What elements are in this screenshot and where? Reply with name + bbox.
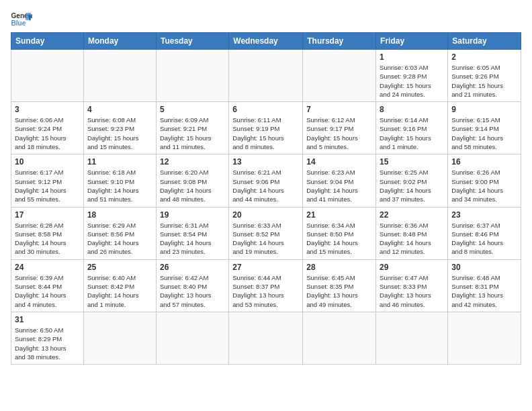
day-cell [448,312,521,364]
day-number: 3 [15,105,80,114]
day-number: 10 [15,157,80,167]
day-number: 16 [451,157,517,167]
day-info: Sunrise: 6:21 AM Sunset: 9:06 PM Dayligh… [232,168,299,203]
day-number: 15 [380,157,444,167]
column-header-thursday: Thursday [303,33,376,50]
day-cell: 31Sunrise: 6:50 AM Sunset: 8:29 PM Dayli… [11,312,84,364]
day-cell [229,50,303,102]
day-info: Sunrise: 6:40 AM Sunset: 8:42 PM Dayligh… [87,273,152,309]
day-cell: 6Sunrise: 6:11 AM Sunset: 9:19 PM Daylig… [229,102,303,154]
day-number: 12 [160,157,225,167]
day-cell: 17Sunrise: 6:28 AM Sunset: 8:58 PM Dayli… [11,207,84,259]
day-cell: 28Sunrise: 6:45 AM Sunset: 8:35 PM Dayli… [303,259,376,312]
day-cell: 16Sunrise: 6:26 AM Sunset: 9:00 PM Dayli… [448,154,521,207]
day-cell: 22Sunrise: 6:36 AM Sunset: 8:48 PM Dayli… [376,207,448,259]
day-cell [229,312,303,364]
day-number: 28 [306,263,372,272]
day-info: Sunrise: 6:44 AM Sunset: 8:37 PM Dayligh… [232,273,299,309]
day-cell [11,50,84,102]
day-cell [156,50,228,102]
column-header-wednesday: Wednesday [229,33,303,50]
day-info: Sunrise: 6:36 AM Sunset: 8:48 PM Dayligh… [380,221,444,257]
day-info: Sunrise: 6:14 AM Sunset: 9:16 PM Dayligh… [380,116,444,151]
day-number: 26 [160,263,225,272]
day-cell: 7Sunrise: 6:12 AM Sunset: 9:17 PM Daylig… [303,102,376,154]
day-number: 8 [380,105,444,114]
day-info: Sunrise: 6:17 AM Sunset: 9:12 PM Dayligh… [15,168,80,203]
day-number: 11 [87,157,152,167]
day-info: Sunrise: 6:05 AM Sunset: 9:26 PM Dayligh… [451,63,517,99]
week-row-1: 1Sunrise: 6:03 AM Sunset: 9:28 PM Daylig… [11,50,521,102]
day-info: Sunrise: 6:50 AM Sunset: 8:29 PM Dayligh… [15,326,80,361]
day-info: Sunrise: 6:31 AM Sunset: 8:54 PM Dayligh… [160,221,225,257]
day-info: Sunrise: 6:20 AM Sunset: 9:08 PM Dayligh… [160,168,225,203]
day-info: Sunrise: 6:03 AM Sunset: 9:28 PM Dayligh… [380,63,444,99]
day-number: 17 [15,210,80,220]
header: General Blue [11,11,521,30]
day-cell [156,312,228,364]
day-info: Sunrise: 6:45 AM Sunset: 8:35 PM Dayligh… [306,273,372,309]
day-cell: 27Sunrise: 6:44 AM Sunset: 8:37 PM Dayli… [229,259,303,312]
day-cell: 23Sunrise: 6:37 AM Sunset: 8:46 PM Dayli… [448,207,521,259]
day-info: Sunrise: 6:15 AM Sunset: 9:14 PM Dayligh… [451,116,517,151]
day-info: Sunrise: 6:39 AM Sunset: 8:44 PM Dayligh… [15,273,80,309]
day-number: 25 [87,263,152,272]
day-cell: 21Sunrise: 6:34 AM Sunset: 8:50 PM Dayli… [303,207,376,259]
day-info: Sunrise: 6:18 AM Sunset: 9:10 PM Dayligh… [87,168,152,203]
day-info: Sunrise: 6:25 AM Sunset: 9:02 PM Dayligh… [380,168,444,203]
day-cell [303,312,376,364]
day-number: 21 [306,210,372,220]
calendar-table: SundayMondayTuesdayWednesdayThursdayFrid… [11,32,521,365]
day-info: Sunrise: 6:23 AM Sunset: 9:04 PM Dayligh… [306,168,372,203]
calendar-header-row: SundayMondayTuesdayWednesdayThursdayFrid… [11,33,521,50]
day-cell: 25Sunrise: 6:40 AM Sunset: 8:42 PM Dayli… [83,259,156,312]
day-cell: 20Sunrise: 6:33 AM Sunset: 8:52 PM Dayli… [229,207,303,259]
day-cell: 11Sunrise: 6:18 AM Sunset: 9:10 PM Dayli… [83,154,156,207]
day-cell [376,312,448,364]
day-number: 24 [15,263,80,272]
day-cell: 13Sunrise: 6:21 AM Sunset: 9:06 PM Dayli… [229,154,303,207]
day-number: 5 [160,105,225,114]
day-info: Sunrise: 6:29 AM Sunset: 8:56 PM Dayligh… [87,221,152,257]
day-cell: 5Sunrise: 6:09 AM Sunset: 9:21 PM Daylig… [156,102,228,154]
day-cell: 4Sunrise: 6:08 AM Sunset: 9:23 PM Daylig… [83,102,156,154]
day-info: Sunrise: 6:37 AM Sunset: 8:46 PM Dayligh… [451,221,517,257]
day-info: Sunrise: 6:06 AM Sunset: 9:24 PM Dayligh… [15,116,80,151]
day-cell: 14Sunrise: 6:23 AM Sunset: 9:04 PM Dayli… [303,154,376,207]
week-row-4: 17Sunrise: 6:28 AM Sunset: 8:58 PM Dayli… [11,207,521,259]
day-number: 30 [451,263,517,272]
day-number: 7 [306,105,372,114]
day-info: Sunrise: 6:09 AM Sunset: 9:21 PM Dayligh… [160,116,225,151]
column-header-friday: Friday [376,33,448,50]
column-header-saturday: Saturday [448,33,521,50]
day-number: 23 [451,210,517,220]
day-number: 18 [87,210,152,220]
day-number: 22 [380,210,444,220]
day-info: Sunrise: 6:28 AM Sunset: 8:58 PM Dayligh… [15,221,80,257]
day-number: 19 [160,210,225,220]
column-header-sunday: Sunday [11,33,84,50]
day-cell: 29Sunrise: 6:47 AM Sunset: 8:33 PM Dayli… [376,259,448,312]
day-number: 6 [232,105,299,114]
day-cell: 19Sunrise: 6:31 AM Sunset: 8:54 PM Dayli… [156,207,228,259]
day-cell: 2Sunrise: 6:05 AM Sunset: 9:26 PM Daylig… [448,50,521,102]
day-cell: 1Sunrise: 6:03 AM Sunset: 9:28 PM Daylig… [376,50,448,102]
day-number: 27 [232,263,299,272]
day-info: Sunrise: 6:34 AM Sunset: 8:50 PM Dayligh… [306,221,372,257]
day-info: Sunrise: 6:12 AM Sunset: 9:17 PM Dayligh… [306,116,372,151]
day-number: 9 [451,105,517,114]
week-row-3: 10Sunrise: 6:17 AM Sunset: 9:12 PM Dayli… [11,154,521,207]
week-row-2: 3Sunrise: 6:06 AM Sunset: 9:24 PM Daylig… [11,102,521,154]
day-number: 4 [87,105,152,114]
day-number: 29 [380,263,444,272]
column-header-monday: Monday [83,33,156,50]
day-cell: 24Sunrise: 6:39 AM Sunset: 8:44 PM Dayli… [11,259,84,312]
day-number: 2 [451,52,517,62]
day-cell [83,50,156,102]
day-cell: 18Sunrise: 6:29 AM Sunset: 8:56 PM Dayli… [83,207,156,259]
day-number: 13 [232,157,299,167]
day-cell: 15Sunrise: 6:25 AM Sunset: 9:02 PM Dayli… [376,154,448,207]
day-info: Sunrise: 6:11 AM Sunset: 9:19 PM Dayligh… [232,116,299,151]
day-cell: 30Sunrise: 6:48 AM Sunset: 8:31 PM Dayli… [448,259,521,312]
day-number: 14 [306,157,372,167]
